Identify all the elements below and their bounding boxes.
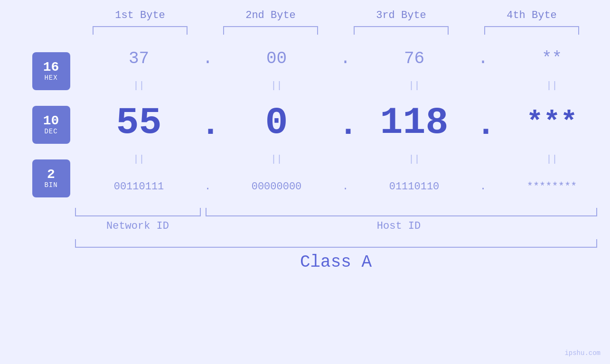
- hex-cell-2: 00: [225, 49, 329, 68]
- values-grid: 37 . 00 . 76 . ** || ||: [82, 39, 609, 205]
- top-bracket-4: [484, 26, 579, 35]
- dec-value-3: 118: [380, 101, 448, 144]
- dec-badge: 10 DEC: [32, 106, 70, 144]
- top-bracket-1: [93, 26, 188, 35]
- hex-dot-3: .: [476, 49, 490, 68]
- bottom-labels-row: Network ID Host ID: [75, 220, 597, 232]
- dot-3: .: [476, 106, 490, 144]
- bin-value-2: 00000000: [252, 181, 302, 193]
- bin-value-1: 00110111: [114, 181, 164, 193]
- hex-cell-1: 37: [87, 49, 191, 68]
- dot-1: .: [201, 106, 215, 144]
- dec-value-4: ***: [526, 106, 577, 139]
- hex-value-4: **: [542, 49, 562, 68]
- byte-headers-row: 1st Byte 2nd Byte 3rd Byte 4th Byte: [75, 9, 597, 21]
- equals-3: ||: [362, 80, 467, 91]
- dec-value-1: 55: [116, 101, 161, 144]
- network-bracket: [75, 208, 201, 216]
- main-container: 1st Byte 2nd Byte 3rd Byte 4th Byte 16 H…: [0, 0, 610, 364]
- bin-dot-1: .: [201, 181, 215, 193]
- bottom-brackets-row: [75, 208, 597, 216]
- hex-dot-1: .: [201, 49, 215, 68]
- bin-row: 00110111 . 00000000 . 01110110 . *******…: [82, 168, 609, 205]
- host-bracket: [206, 208, 597, 216]
- bin-badge-label: BIN: [44, 181, 57, 189]
- host-id-label: Host ID: [201, 220, 597, 232]
- byte-header-3: 3rd Byte: [349, 9, 453, 21]
- byte-header-1: 1st Byte: [88, 9, 192, 21]
- hex-value-2: 00: [266, 49, 287, 68]
- hex-badge-number: 16: [43, 61, 59, 74]
- bin-cell-4: ********: [500, 181, 604, 193]
- dec-badge-label: DEC: [44, 128, 57, 135]
- bin-badge-number: 2: [47, 168, 55, 181]
- equals-5: ||: [87, 154, 191, 165]
- top-brackets: [75, 26, 597, 35]
- equals-2: ||: [225, 80, 329, 91]
- bin-value-3: 01110110: [389, 181, 440, 193]
- top-bracket-3: [354, 26, 449, 35]
- hex-badge-label: HEX: [44, 74, 57, 82]
- bin-cell-2: 00000000: [225, 181, 329, 193]
- hex-value-3: 76: [404, 49, 424, 68]
- main-values-area: 16 HEX 10 DEC 2 BIN 37 . 00: [20, 39, 609, 205]
- hex-badge: 16 HEX: [32, 52, 70, 90]
- dec-value-2: 0: [265, 101, 288, 144]
- full-bottom-bracket: [75, 239, 597, 248]
- byte-header-2: 2nd Byte: [218, 9, 323, 21]
- dec-cell-4: ***: [500, 106, 604, 139]
- equals-row-2: || || || ||: [82, 151, 609, 168]
- badges-column: 16 HEX 10 DEC 2 BIN: [20, 39, 82, 205]
- bin-dot-2: .: [338, 181, 353, 193]
- hex-value-1: 37: [129, 49, 149, 68]
- bin-dot-3: .: [476, 181, 490, 193]
- class-label: Class A: [75, 252, 597, 272]
- equals-1: ||: [87, 80, 191, 91]
- equals-8: ||: [500, 154, 604, 165]
- dec-cell-1: 55: [87, 101, 191, 144]
- dec-cell-2: 0: [225, 101, 329, 144]
- equals-7: ||: [362, 154, 467, 165]
- equals-6: ||: [225, 154, 329, 165]
- bin-cell-3: 01110110: [362, 181, 467, 193]
- hex-row: 37 . 00 . 76 . **: [82, 39, 609, 77]
- top-bracket-2: [223, 26, 318, 35]
- equals-4: ||: [500, 80, 604, 91]
- dot-2: .: [338, 106, 353, 144]
- dec-row: 55 . 0 . 118 . ***: [82, 94, 609, 151]
- bin-badge: 2 BIN: [32, 159, 70, 197]
- bin-cell-1: 00110111: [87, 181, 191, 193]
- network-id-label: Network ID: [75, 220, 201, 232]
- equals-row-1: || || || ||: [82, 77, 609, 94]
- dec-cell-3: 118: [362, 101, 467, 144]
- bin-value-4: ********: [527, 181, 577, 193]
- hex-dot-2: .: [338, 49, 353, 68]
- hex-cell-3: 76: [362, 49, 467, 68]
- watermark: ipshu.com: [564, 349, 601, 357]
- byte-header-4: 4th Byte: [479, 9, 584, 21]
- bottom-section: Network ID Host ID: [75, 208, 597, 232]
- hex-cell-4: **: [500, 49, 604, 68]
- dec-badge-number: 10: [43, 114, 59, 128]
